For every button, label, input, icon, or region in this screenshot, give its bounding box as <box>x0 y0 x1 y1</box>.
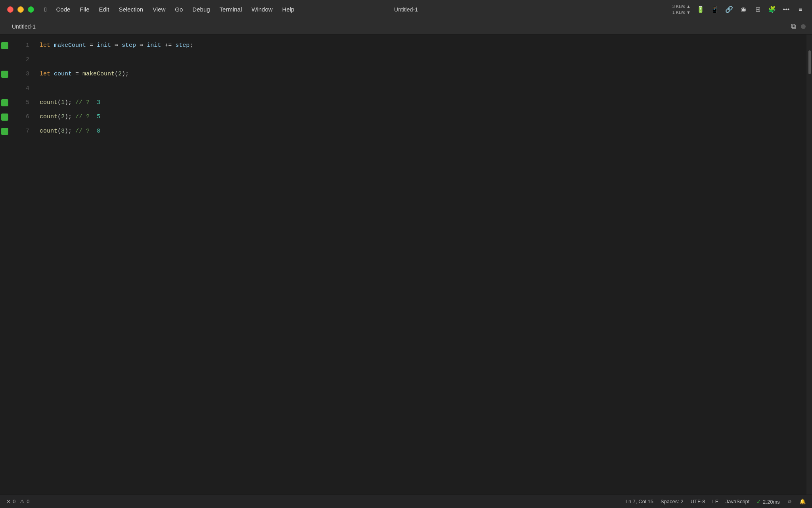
more-options-dot[interactable] <box>801 24 806 29</box>
tabbar-right: ⧉ <box>791 22 806 31</box>
comment-6: // ? <box>72 110 93 124</box>
line-num-2: 2 <box>10 53 29 67</box>
num-2-6: 2 <box>61 110 65 124</box>
num-1: 1 <box>61 96 65 110</box>
list-icon[interactable]: ≡ <box>796 5 805 14</box>
cursor-position[interactable]: Ln 7, Col 15 <box>626 498 653 504</box>
encoding[interactable]: UTF-8 <box>691 498 705 504</box>
menu-edit[interactable]: Edit <box>95 4 113 14</box>
scrollbar[interactable] <box>806 35 812 495</box>
var-makecount: makeCount <box>54 38 86 53</box>
traffic-lights <box>7 6 34 13</box>
keyword-let-1: let <box>40 38 54 53</box>
code-content[interactable]: let makeCount = init ⇒ step ⇒ init += st… <box>33 35 806 495</box>
arrow-1: ⇒ <box>111 38 122 53</box>
scrollbar-thumb[interactable] <box>808 50 811 74</box>
line-indicators <box>0 35 10 495</box>
perf-time: 2.20ms <box>763 499 780 505</box>
menu-go[interactable]: Go <box>171 4 187 14</box>
code-line-5: count(1); // ? 3 <box>40 96 806 110</box>
warning-icon: ⚠ <box>20 498 25 504</box>
line-num-3: 3 <box>10 67 29 81</box>
language-mode[interactable]: JavaScript <box>726 498 750 504</box>
line-num-5: 5 <box>10 96 29 110</box>
extension-icon: 🧩 <box>768 5 776 14</box>
line-num-6: 6 <box>10 110 29 124</box>
editor: 1 2 3 4 5 6 7 let makeCount = init ⇒ ste… <box>0 35 812 495</box>
num-2: 2 <box>118 67 122 81</box>
code-line-7: count(3); // ? 8 <box>40 124 806 139</box>
window-title: Untitled-1 <box>394 6 418 13</box>
paren-close-5: ); <box>65 96 72 110</box>
link-icon: 🔗 <box>725 5 733 14</box>
bell-icon[interactable]: 🔔 <box>799 498 806 504</box>
line-indicator-7 <box>1 128 8 135</box>
menu-window[interactable]: Window <box>247 4 276 14</box>
menu-selection[interactable]: Selection <box>115 4 147 14</box>
menu-file[interactable]: File <box>76 4 93 14</box>
network-upload: 3 KB/s ▲ <box>672 4 691 9</box>
line-indicator-2 <box>1 56 8 64</box>
line-indicator-5 <box>1 99 8 106</box>
menu-terminal[interactable]: Terminal <box>216 4 246 14</box>
maximize-button[interactable] <box>28 6 34 13</box>
phone-icon: 📱 <box>710 5 719 14</box>
var-count: count <box>54 67 72 81</box>
result-5: 5 <box>93 110 100 124</box>
keyword-let-3: let <box>40 67 54 81</box>
fn-makecount: makeCount <box>82 67 115 81</box>
error-num: 0 <box>13 498 15 504</box>
editor-tab[interactable]: Untitled-1 <box>6 21 41 32</box>
semi-1: ; <box>190 38 193 53</box>
line-num-7: 7 <box>10 124 29 139</box>
menu-code[interactable]: Code <box>52 4 74 14</box>
paren-open-6: ( <box>57 110 61 124</box>
result-8: 8 <box>93 124 100 139</box>
fn-count-7: count <box>40 124 57 139</box>
titlebar-left:  Code File Edit Selection View Go Debug… <box>0 4 298 14</box>
more-icon[interactable]: ••• <box>782 5 791 14</box>
line-num-4: 4 <box>10 81 29 96</box>
line-indicator-1 <box>1 42 8 49</box>
close-button[interactable] <box>7 6 13 13</box>
minimize-button[interactable] <box>17 6 24 13</box>
menu-debug[interactable]: Debug <box>188 4 214 14</box>
paren-open-5: ( <box>57 96 61 110</box>
num-3-7: 3 <box>61 124 65 139</box>
fn-count-5: count <box>40 96 57 110</box>
comment-5: // ? <box>72 96 93 110</box>
paren-open-3: ( <box>115 67 118 81</box>
eol[interactable]: LF <box>712 498 718 504</box>
code-line-3: let count = makeCount(2); <box>40 67 806 81</box>
line-indicator-3 <box>1 71 8 78</box>
emoji-icon[interactable]: ☺ <box>787 498 792 504</box>
arrow-2: ⇒ <box>136 38 147 53</box>
warning-num: 0 <box>27 498 29 504</box>
menu-view[interactable]: View <box>149 4 169 14</box>
grid-icon: ⊞ <box>753 5 762 14</box>
code-line-2 <box>40 53 806 67</box>
paren-close-3: ); <box>122 67 129 81</box>
var-step-1: step <box>122 38 136 53</box>
var-step-2: step <box>175 38 190 53</box>
result-3: 3 <box>93 96 100 110</box>
titlebar-right: 3 KB/s ▲ 1 KB/s ▼ 🔋 📱 🔗 ◉ ⊞ 🧩 ••• ≡ <box>672 4 812 15</box>
var-init-2: init <box>147 38 161 53</box>
fn-count-6: count <box>40 110 57 124</box>
menu-help[interactable]: Help <box>278 4 299 14</box>
paren-open-7: ( <box>57 124 61 139</box>
titlebar:  Code File Edit Selection View Go Debug… <box>0 0 812 19</box>
perf-indicator: ✓ 2.20ms <box>756 498 779 505</box>
network-download: 1 KB/s ▼ <box>672 10 691 15</box>
op-pluseq: += <box>161 38 175 53</box>
line-num-1: 1 <box>10 38 29 53</box>
split-editor-icon[interactable]: ⧉ <box>791 22 796 31</box>
line-indicator-6 <box>1 114 8 121</box>
apple-menu[interactable]:  <box>40 4 50 14</box>
var-init-1: init <box>97 38 111 53</box>
statusbar: ✕ 0 ⚠ 0 Ln 7, Col 15 Spaces: 2 UTF-8 LF … <box>0 495 812 508</box>
paren-close-6: ); <box>65 110 72 124</box>
error-count[interactable]: ✕ 0 ⚠ 0 <box>6 498 29 504</box>
line-numbers: 1 2 3 4 5 6 7 <box>10 35 33 495</box>
indentation[interactable]: Spaces: 2 <box>661 498 684 504</box>
